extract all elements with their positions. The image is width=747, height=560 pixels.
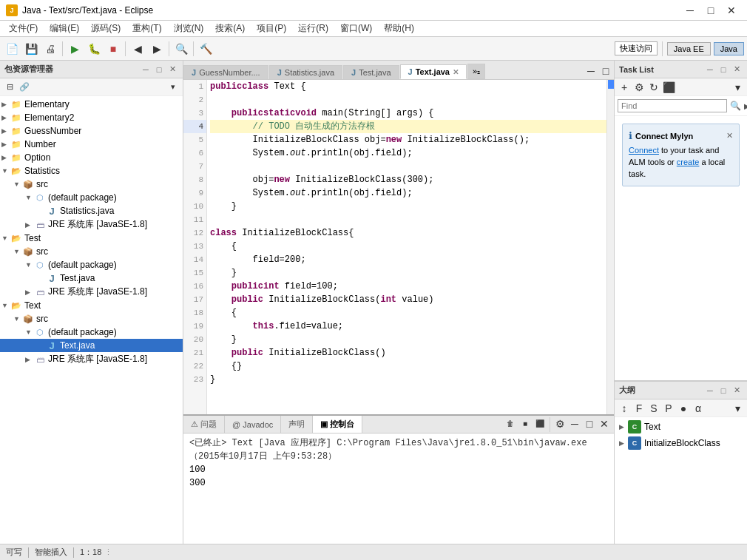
tree-item-elementary2[interactable]: ▶ 📁 Elementary2 [0,111,183,124]
tab-javadoc[interactable]: @ Javadoc [225,416,281,433]
tree-arrow-test-jre[interactable]: ▶ [25,289,34,296]
connect-link[interactable]: Connect [629,146,659,155]
tree-item-text[interactable]: ▼ 📂 Text [0,299,183,312]
tree-arrow-statistics-pkg[interactable]: ▼ [25,194,34,201]
outline-item-initblock[interactable]: ▶ C InitializeBlockClass [618,435,744,451]
tree-item-number[interactable]: ▶ 📁 Number [0,138,183,151]
code-content[interactable]: public class Text { public static void m… [207,80,614,414]
tree-arrow-elementary2[interactable]: ▶ [1,114,10,121]
task-find-input[interactable] [618,99,727,112]
outline-hide-static[interactable]: S [647,402,660,415]
task-new[interactable]: + [618,81,631,94]
console-clear[interactable]: 🗑 [504,417,517,431]
tree-item-option[interactable]: ▶ 📁 Option [0,151,183,164]
quick-access[interactable]: 快速访问 [615,41,658,55]
tree-arrow-statistics-src[interactable]: ▼ [13,181,22,188]
tab-guessnumber[interactable]: J GuessNumber.... [183,65,268,79]
tab-text[interactable]: J Text.java ✕ [400,64,467,79]
panel-minimize[interactable]: ─ [140,64,152,75]
outline-item-text[interactable]: ▶ C Text [618,419,744,435]
prev-button[interactable]: ◀ [129,40,146,58]
print-button[interactable]: 🖨 [41,40,59,58]
menu-help[interactable]: 帮助(H) [378,21,420,36]
menu-file[interactable]: 文件(F) [3,21,44,36]
tab-statistics[interactable]: J Statistics.java [269,65,342,79]
outline-close[interactable]: ✕ [731,385,743,397]
console-minimize[interactable]: ─ [568,417,581,431]
tree-arrow-text-pkg[interactable]: ▼ [25,328,34,336]
tree-item-text-pkg[interactable]: ▼ ⬡ (default package) [0,325,183,339]
tab-test[interactable]: J Test.java [343,65,399,79]
tree-item-statistics-java[interactable]: ▶ J Statistics.java [0,204,183,217]
outline-hide-non-public[interactable]: P [662,402,675,415]
editor-minimize[interactable]: ─ [584,64,598,78]
find-button[interactable]: 🔍 [730,101,741,111]
tree-arrow-text-jre[interactable]: ▶ [25,356,34,363]
link-editor[interactable]: 🔗 [18,81,31,94]
tree-arrow-test-src[interactable]: ▼ [13,248,22,255]
task-menu[interactable]: ▾ [731,81,744,94]
tree-item-guessnumber[interactable]: ▶ 📁 GuessNumber [0,124,183,138]
tree-item-text-jre[interactable]: ▶ 🗃 JRE 系统库 [JavaSE-1.8] [0,352,183,366]
tree-arrow-text-src[interactable]: ▼ [13,315,22,323]
minimize-button[interactable]: ─ [680,3,700,18]
tree-arrow-test-pkg[interactable]: ▼ [25,261,34,269]
connect-mylyn-close[interactable]: ✕ [726,131,733,141]
tree-item-test-java[interactable]: ▶ J Test.java [0,271,183,285]
save-button[interactable]: 💾 [22,40,40,58]
menu-search[interactable]: 搜索(A) [209,21,251,36]
code-editor[interactable]: 1 2 3 4 5 6 7 8 9 10 11 12 13 14 15 16 1… [183,80,614,414]
outline-maximize[interactable]: □ [717,385,729,397]
stop-button[interactable]: ■ [104,40,122,58]
tree-item-test-jre[interactable]: ▶ 🗃 JRE 系统库 [JavaSE-1.8] [0,285,183,299]
tab-overflow[interactable]: »₂ [467,64,485,79]
tree-arrow-option[interactable]: ▶ [1,154,10,161]
search-button[interactable]: 🔍 [172,40,190,58]
outline-categories[interactable]: ● [677,402,690,415]
task-list-minimize[interactable]: ─ [704,64,716,75]
tree-arrow-test[interactable]: ▼ [1,235,10,242]
menu-refactor[interactable]: 重构(T) [126,21,167,36]
tree-arrow-elementary[interactable]: ▶ [1,101,10,108]
console-stop[interactable]: ■ [518,417,532,431]
outline-sort[interactable]: ↕ [618,402,631,415]
outline-hide-fields[interactable]: F [632,402,646,415]
outline-alpha[interactable]: α [692,402,705,415]
outline-minimize[interactable]: ─ [704,385,716,397]
menu-navigate[interactable]: 浏览(N) [168,21,210,36]
tree-item-text-src[interactable]: ▼ 📦 src [0,312,183,325]
panel-menu[interactable]: ▾ [166,81,180,94]
menu-project[interactable]: 项目(P) [251,21,292,36]
task-filter[interactable]: ⬛ [662,81,675,94]
tree-item-test-pkg[interactable]: ▼ ⬡ (default package) [0,258,183,271]
menu-edit[interactable]: 编辑(E) [44,21,85,36]
menu-run[interactable]: 运行(R) [292,21,334,36]
tree-item-statistics-pkg[interactable]: ▼ ⬡ (default package) [0,191,183,204]
console-maximize[interactable]: □ [583,417,596,431]
menu-window[interactable]: 窗口(W) [334,21,378,36]
next-button[interactable]: ▶ [148,40,166,58]
console-settings[interactable]: ⚙ [553,417,567,431]
collapse-all[interactable]: ⊟ [3,81,16,94]
tree-arrow-text[interactable]: ▼ [1,302,10,309]
tree-arrow-guessnumber[interactable]: ▶ [1,127,10,135]
tree-item-elementary[interactable]: ▶ 📁 Elementary [0,98,183,111]
tab-problems[interactable]: ⚠ 问题 [183,416,225,433]
javaee-perspective[interactable]: Java EE [667,42,711,55]
menu-source[interactable]: 源码(S) [85,21,126,36]
tree-item-statistics-src[interactable]: ▼ 📦 src [0,178,183,191]
run-button[interactable]: ▶ [66,40,84,58]
outline-arrow-initblock[interactable]: ▶ [619,439,628,447]
debug-button[interactable]: 🐛 [85,40,103,58]
build-button[interactable]: 🔨 [197,40,214,58]
tree-item-text-java[interactable]: ▶ J Text.java [0,339,183,352]
outline-arrow-text[interactable]: ▶ [619,423,628,431]
tree-arrow-statistics-jre[interactable]: ▶ [25,221,34,229]
create-link[interactable]: create [677,158,700,166]
tab-console[interactable]: ▣ 控制台 [313,416,362,433]
task-list-close[interactable]: ✕ [731,64,743,75]
panel-maximize[interactable]: □ [153,64,165,75]
tree-arrow-statistics[interactable]: ▼ [1,167,10,175]
tree-item-statistics-jre[interactable]: ▶ 🗃 JRE 系统库 [JavaSE-1.8] [0,217,183,232]
tab-close-text[interactable]: ✕ [453,68,459,76]
